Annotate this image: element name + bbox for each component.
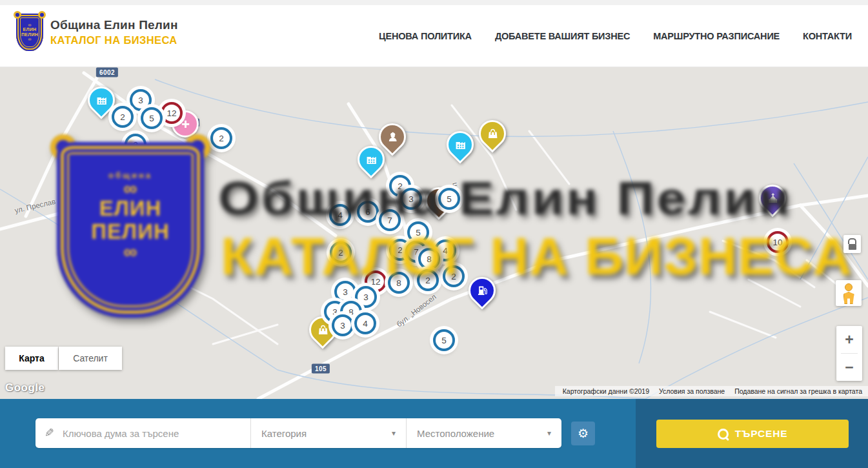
nav-item-pricing[interactable]: ЦЕНОВА ПОЛИТИКА	[379, 31, 472, 41]
search-field-group: ✎ Категория ▾ Местоположение ▾	[35, 418, 561, 448]
cluster-marker[interactable]: 10	[767, 231, 789, 253]
map-pin[interactable]	[88, 86, 115, 114]
search-button[interactable]: ТЪРСЕНЕ	[656, 420, 849, 448]
cluster-marker[interactable]: 7	[379, 209, 401, 231]
cluster-marker[interactable]: 6	[357, 201, 379, 223]
map-pin[interactable]	[479, 120, 506, 147]
zoom-out-button[interactable]: −	[836, 354, 862, 381]
location-dropdown[interactable]: Местоположение ▾	[406, 418, 561, 448]
map-type-satellite-button[interactable]: Сателит	[59, 347, 122, 370]
cluster-marker[interactable]: 5	[438, 188, 460, 210]
lock-button[interactable]	[843, 235, 861, 253]
site-subtitle: КАТАЛОГ НА БИЗНЕСА	[50, 34, 178, 46]
cluster-marker[interactable]: 4	[329, 204, 351, 226]
nav-item-contacts[interactable]: КОНТАКТИ	[803, 31, 852, 41]
map-pin[interactable]	[358, 146, 385, 173]
search-input[interactable]	[61, 427, 241, 440]
attribution-report-link[interactable]: Подаване на сигнал за грешка в картата	[734, 387, 862, 395]
cluster-marker[interactable]: 2	[210, 127, 232, 149]
map-pin[interactable]	[759, 185, 786, 212]
factory-icon	[352, 140, 390, 178]
main-nav: ЦЕНОВА ПОЛИТИКА ДОБАВЕТЕ ВАШИЯТ БИЗНЕС М…	[379, 5, 852, 66]
cluster-marker[interactable]: 2	[443, 265, 465, 287]
advanced-search-button[interactable]: ⚙	[571, 422, 595, 445]
cluster-marker[interactable]: 2	[112, 106, 134, 128]
window-top-strip	[0, 0, 868, 5]
zoom-control: + −	[836, 326, 862, 381]
fuel-icon	[463, 271, 501, 309]
attribution-terms-link[interactable]: Условия за ползване	[659, 387, 725, 395]
gear-icon: ⚙	[578, 426, 589, 441]
pegman-icon	[836, 283, 862, 304]
google-logo[interactable]: Google	[5, 382, 45, 394]
search-button-label: ТЪРСЕНЕ	[735, 428, 788, 440]
search-bar: ✎ Категория ▾ Местоположение ▾ ⚙ ТЪРСЕНЕ	[0, 399, 868, 468]
cluster-marker[interactable]: 8	[388, 272, 410, 294]
lock-icon	[843, 238, 861, 250]
cluster-marker[interactable]: 2	[417, 269, 439, 291]
nav-item-schedule[interactable]: МАРШРУТНО РАЗПИСАНИЕ	[653, 31, 780, 41]
map-attribution: Картографски данни ©2019 Условия за полз…	[555, 386, 868, 396]
zoom-in-button[interactable]: +	[836, 326, 862, 353]
logo-name-line1: ЕЛИН	[23, 27, 37, 32]
nav-item-add-business[interactable]: ДОБАВЕТЕ ВАШИЯТ БИЗНЕС	[495, 31, 630, 41]
shopping-bag-icon	[473, 114, 511, 152]
cluster-marker[interactable]: 12	[161, 102, 183, 124]
road-badge: 6002	[96, 68, 118, 77]
site-title: Община Елин Пелин	[50, 18, 178, 32]
cluster-marker[interactable]: 2	[330, 241, 352, 263]
cluster-marker[interactable]: 3	[334, 281, 356, 303]
cluster-marker[interactable]: 8	[418, 248, 440, 270]
category-dropdown-label: Категория	[261, 428, 307, 439]
map-canvas[interactable]: ул. Преславбул. „Новоселци 6002105 31225…	[0, 66, 868, 399]
site-header: ∞ ЕЛИН ПЕЛИН ∞ Община Елин Пелин КАТАЛОГ…	[0, 5, 868, 67]
map-type-control: Карта Сателит	[5, 347, 122, 370]
factory-icon	[441, 125, 479, 163]
cluster-marker[interactable]: 4	[354, 312, 376, 334]
category-dropdown[interactable]: Категория ▾	[251, 418, 406, 448]
map-pin[interactable]	[469, 277, 496, 304]
cluster-marker[interactable]: 3	[400, 188, 422, 210]
site-logo[interactable]: ∞ ЕЛИН ПЕЛИН ∞ Община Елин Пелин КАТАЛОГ…	[16, 14, 178, 51]
municipality-shield-icon: ∞ ЕЛИН ПЕЛИН ∞	[16, 14, 43, 51]
church-icon	[753, 179, 791, 217]
pencil-icon: ✎	[45, 427, 54, 439]
cluster-marker[interactable]: 5	[141, 107, 163, 129]
search-icon	[718, 429, 729, 440]
map-pin[interactable]	[447, 131, 474, 158]
cluster-marker[interactable]: 5	[407, 221, 429, 243]
chevron-down-icon: ▾	[547, 429, 551, 438]
keyword-field-wrap: ✎	[35, 418, 251, 448]
chevron-down-icon: ▾	[392, 429, 396, 438]
map-type-map-button[interactable]: Карта	[5, 347, 58, 370]
location-dropdown-label: Местоположение	[417, 428, 494, 439]
attribution-copyright: Картографски данни ©2019	[563, 387, 649, 395]
street-view-pegman-button[interactable]	[836, 280, 862, 306]
cluster-marker[interactable]: 5	[433, 329, 455, 351]
cluster-marker[interactable]: 3	[332, 314, 354, 336]
road-badge: 105	[312, 364, 330, 374]
cluster-marker[interactable]: 2	[125, 134, 146, 156]
